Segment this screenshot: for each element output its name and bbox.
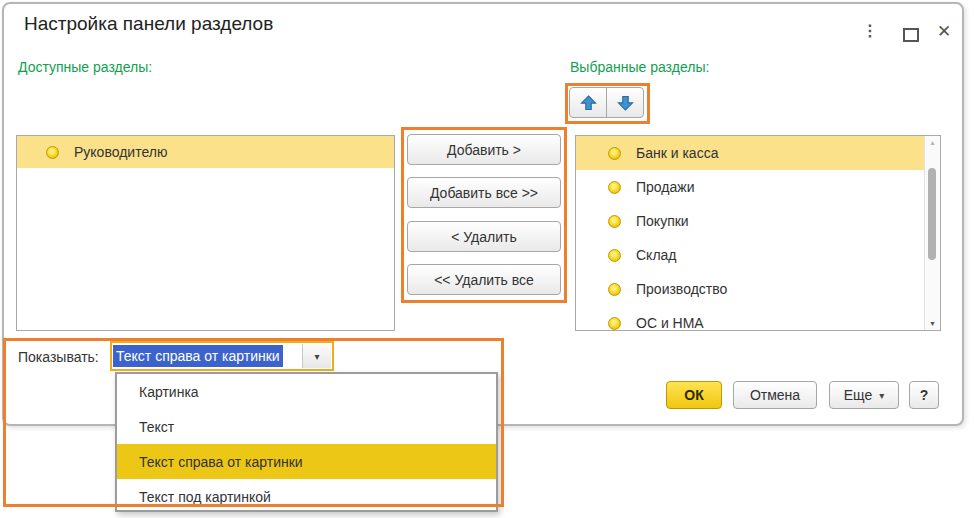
arrow-down-icon: [617, 95, 634, 111]
move-down-button[interactable]: [606, 87, 644, 118]
list-item[interactable]: Производство: [576, 272, 938, 306]
selected-sections-list: Банк и касса Продажи Покупки Склад Произ…: [575, 135, 941, 331]
list-item[interactable]: ОС и НМА: [576, 306, 938, 331]
cancel-button[interactable]: Отмена: [733, 381, 817, 409]
maximize-icon[interactable]: [903, 28, 919, 42]
help-button[interactable]: ?: [909, 381, 939, 409]
scrollbar[interactable]: ▲ ▼: [924, 136, 940, 330]
list-item-label: Производство: [636, 281, 727, 297]
arrow-up-icon: [580, 95, 597, 111]
available-sections-list: Руководителю: [16, 135, 395, 331]
list-item-label: Банк и касса: [636, 145, 718, 161]
scroll-down-icon[interactable]: ▼: [925, 320, 940, 327]
add-button[interactable]: Добавить >: [407, 134, 561, 165]
list-item-label: Склад: [636, 247, 677, 263]
chevron-down-icon: ▾: [879, 390, 884, 401]
list-item[interactable]: Банк и касса: [576, 136, 938, 170]
more-button-label: Еще: [844, 387, 873, 403]
dropdown-option-highlighted[interactable]: Текст справа от картинки: [117, 444, 496, 479]
remove-all-button[interactable]: << Удалить все: [407, 264, 561, 295]
list-item[interactable]: Склад: [576, 238, 938, 272]
remove-button[interactable]: < Удалить: [407, 221, 561, 252]
section-icon: [608, 317, 621, 330]
show-mode-label: Показывать:: [18, 349, 99, 365]
section-icon: [608, 181, 621, 194]
list-item-label: Руководителю: [74, 144, 167, 160]
available-sections-label: Доступные разделы:: [18, 59, 152, 75]
show-mode-dropdown: Картинка Текст Текст справа от картинки …: [115, 372, 498, 512]
window-more-icon[interactable]: ⋮: [862, 21, 878, 40]
list-item[interactable]: Руководителю: [17, 136, 394, 168]
more-button[interactable]: Еще ▾: [829, 381, 899, 409]
section-icon: [608, 283, 621, 296]
dialog-title: Настройка панели разделов: [24, 13, 273, 35]
dropdown-option[interactable]: Текст: [117, 409, 496, 444]
close-icon[interactable]: ✕: [937, 21, 951, 42]
combobox-value: Текст справа от картинки: [113, 345, 283, 367]
selected-sections-label: Выбранные разделы:: [570, 59, 709, 75]
list-item[interactable]: Покупки: [576, 204, 938, 238]
section-icon: [608, 215, 621, 228]
section-icon: [608, 147, 621, 160]
dropdown-option[interactable]: Текст под картинкой: [117, 479, 496, 514]
add-all-button[interactable]: Добавить все >>: [407, 177, 561, 208]
section-icon: [608, 249, 621, 262]
section-icon: [46, 146, 59, 159]
scroll-up-icon[interactable]: ▲: [925, 139, 940, 146]
list-item-label: Продажи: [636, 179, 694, 195]
reorder-buttons: [569, 87, 644, 118]
ok-button[interactable]: ОК: [666, 381, 722, 409]
list-item-label: Покупки: [636, 213, 689, 229]
dropdown-option[interactable]: Картинка: [117, 374, 496, 409]
list-item[interactable]: Продажи: [576, 170, 938, 204]
scrollbar-thumb[interactable]: [928, 168, 936, 260]
list-item-label: ОС и НМА: [636, 315, 704, 331]
move-up-button[interactable]: [569, 87, 607, 118]
chevron-down-icon[interactable]: ▾: [302, 344, 331, 368]
show-mode-combobox[interactable]: Текст справа от картинки ▾: [110, 341, 334, 371]
